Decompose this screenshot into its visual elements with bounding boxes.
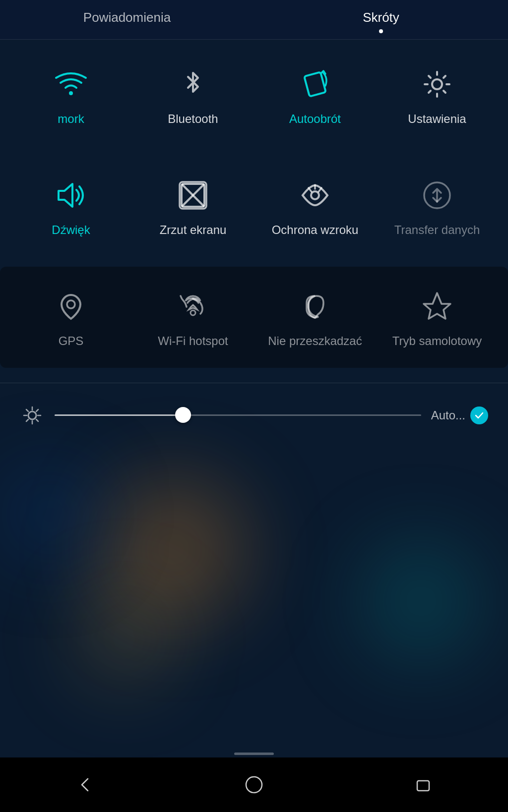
brightness-thumb[interactable]	[175, 407, 191, 423]
gps-icon	[51, 287, 91, 326]
recents-button[interactable]	[408, 770, 438, 800]
settings-row-2: Dźwięk Zrzut ekranu	[10, 166, 498, 247]
settings-toggle[interactable]: Ustawienia	[382, 55, 492, 136]
do-not-disturb-toggle[interactable]: Nie przeszkadzać	[260, 277, 370, 358]
data-transfer-label: Transfer danych	[394, 223, 480, 237]
quick-settings-panel: mork Bluetooth Autoobr	[0, 40, 508, 438]
eye-protect-icon	[295, 175, 335, 215]
settings-icon	[417, 64, 457, 104]
svg-point-9	[67, 300, 75, 308]
settings-label: Ustawienia	[408, 112, 466, 126]
svg-point-12	[246, 777, 262, 793]
section-divider	[0, 383, 508, 383]
tab-bar: Powiadomienia Skróty	[0, 0, 508, 40]
svg-rect-1	[304, 72, 326, 96]
sound-toggle[interactable]: Dźwięk	[16, 166, 126, 247]
wifi-hotspot-label: Wi-Fi hotspot	[158, 334, 228, 348]
brightness-slider[interactable]	[55, 414, 421, 416]
brightness-track	[55, 414, 421, 416]
airplane-mode-toggle[interactable]: Tryb samolotowy	[382, 277, 492, 358]
screenshot-toggle[interactable]: Zrzut ekranu	[138, 166, 248, 247]
settings-row-3: GPS Wi-Fi hotspot	[10, 277, 498, 358]
airplane-mode-label: Tryb samolotowy	[392, 334, 482, 348]
wifi-toggle[interactable]: mork	[16, 55, 126, 136]
eye-protect-label: Ochrona wzroku	[272, 223, 359, 237]
bluetooth-label: Bluetooth	[168, 112, 218, 126]
nav-handle	[234, 753, 274, 755]
brightness-icon	[20, 403, 45, 428]
bottom-nav	[0, 757, 508, 812]
gps-toggle[interactable]: GPS	[16, 277, 126, 358]
sound-label: Dźwięk	[52, 223, 90, 237]
brightness-auto-container: Auto...	[431, 406, 488, 424]
do-not-disturb-label: Nie przeszkadzać	[268, 334, 362, 348]
wifi-hotspot-icon	[173, 287, 213, 326]
do-not-disturb-icon	[295, 287, 335, 326]
svg-point-0	[69, 91, 73, 95]
brightness-auto-label: Auto...	[431, 408, 465, 422]
wifi-hotspot-toggle[interactable]: Wi-Fi hotspot	[138, 277, 248, 358]
brightness-fill	[55, 414, 183, 416]
svg-point-10	[190, 310, 195, 315]
brightness-control: Auto...	[0, 393, 508, 438]
autorotate-toggle[interactable]: Autoobrót	[260, 55, 370, 136]
sound-icon	[51, 175, 91, 215]
autorotate-icon	[295, 64, 335, 104]
data-transfer-toggle[interactable]: Transfer danych	[382, 166, 492, 247]
screenshot-icon	[173, 175, 213, 215]
eye-protect-toggle[interactable]: Ochrona wzroku	[260, 166, 370, 247]
screenshot-label: Zrzut ekranu	[160, 223, 227, 237]
svg-rect-13	[417, 781, 429, 791]
svg-point-7	[311, 191, 319, 199]
wifi-icon	[51, 64, 91, 104]
bluetooth-toggle[interactable]: Bluetooth	[138, 55, 248, 136]
tab-powiadomienia[interactable]: Powiadomienia	[0, 10, 254, 29]
quick-settings-grid: mork Bluetooth Autoobr	[0, 40, 508, 373]
svg-point-2	[432, 79, 442, 89]
settings-row-1: mork Bluetooth Autoobr	[10, 55, 498, 136]
autorotate-label: Autoobrót	[289, 112, 341, 126]
wifi-label: mork	[58, 112, 84, 126]
data-transfer-icon	[417, 175, 457, 215]
tab-skroty[interactable]: Skróty	[254, 10, 508, 29]
home-button[interactable]	[239, 770, 269, 800]
back-button[interactable]	[70, 770, 100, 800]
gps-label: GPS	[59, 334, 84, 348]
brightness-auto-check[interactable]	[470, 406, 488, 424]
airplane-icon	[417, 287, 457, 326]
bluetooth-icon	[173, 64, 213, 104]
svg-point-11	[28, 411, 36, 419]
